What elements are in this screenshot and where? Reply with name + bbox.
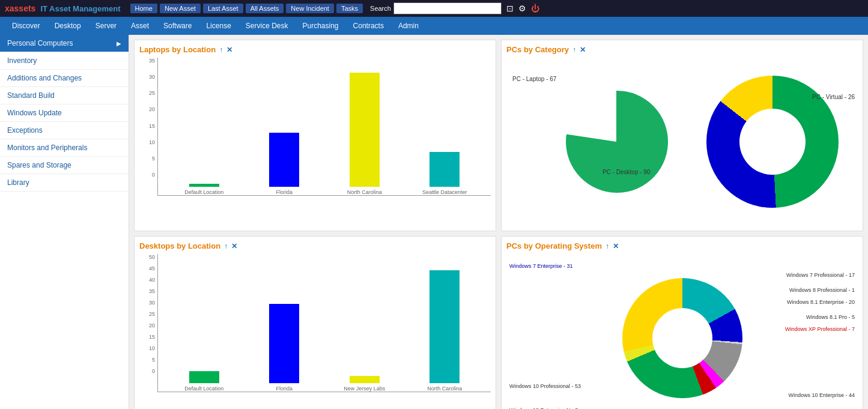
sidebar-item-standard-build[interactable]: Standard Build (0, 87, 129, 105)
dbar-florida: Florida (250, 304, 319, 392)
nav-license[interactable]: License (199, 17, 238, 35)
pcs-cat-expand-icon[interactable]: ↑ (572, 46, 576, 54)
last-asset-button[interactable]: Last Asset (203, 4, 243, 13)
label-laptop: PC - Laptop - 67 (512, 76, 556, 82)
nav-desktop[interactable]: Desktop (47, 17, 88, 35)
content-area: Laptops by Location ↑ ✕ 05101520253035 D… (129, 35, 868, 409)
desktops-bars: Default Location Florida New Jersey Labs (158, 254, 491, 392)
laptops-expand-icon[interactable]: ↑ (219, 46, 223, 54)
pcs-by-category-panel: PCs by Category ↑ ✕ (501, 40, 863, 231)
sidebar: Personal Computers Inventory Additions a… (0, 35, 129, 409)
sidebar-item-additions-changes[interactable]: Additions and Changes (0, 70, 129, 87)
nav-software[interactable]: Software (156, 17, 199, 35)
search-input[interactable] (393, 2, 502, 14)
bar-florida: Florida (250, 133, 319, 195)
pcs-os-chart: Windows 7 Enterprise - 31 Windows 7 Prof… (506, 254, 858, 409)
logo: xassets (5, 4, 35, 13)
home-button[interactable]: Home (130, 4, 157, 13)
laptops-fullscreen-icon[interactable]: ✕ (226, 46, 232, 54)
laptops-title: Laptops by Location ↑ ✕ (139, 45, 491, 54)
pcs-os-title: PCs by Operating System ↑ ✕ (506, 241, 858, 250)
sidebar-item-library[interactable]: Library (0, 174, 129, 192)
pcs-category-donut (526, 70, 706, 214)
bar-seattle: Seattle Datacenter (411, 152, 479, 195)
nav-server[interactable]: Server (88, 17, 124, 35)
desktops-chart: 05101520253035404550 Default Location Fl… (139, 254, 491, 392)
nav-contracts[interactable]: Contracts (346, 17, 391, 35)
bar-default-location: Default Location (170, 184, 238, 195)
sidebar-item-exceptions[interactable]: Exceptions (0, 122, 129, 139)
pcs-os-expand-icon[interactable]: ↑ (605, 242, 609, 250)
app-title: IT Asset Management (40, 4, 120, 13)
nav-discover[interactable]: Discover (5, 17, 47, 35)
tasks-button[interactable]: Tasks (336, 4, 363, 13)
laptops-bars: Default Location Florida North Carolina (158, 58, 491, 195)
laptops-y-axis: 05101520253035 (139, 58, 157, 178)
pcs-os-fullscreen-icon[interactable]: ✕ (613, 242, 619, 250)
sidebar-item-personal-computers[interactable]: Personal Computers (0, 35, 129, 52)
nav-admin[interactable]: Admin (391, 17, 426, 35)
os-label-w10e: Windows 10 Enterprise - 44 (788, 392, 855, 398)
dbar-nc: North Carolina (411, 270, 479, 392)
label-desktop: PC - Desktop - 90 (602, 169, 650, 175)
new-asset-button[interactable]: New Asset (160, 4, 201, 13)
laptops-by-location-panel: Laptops by Location ↑ ✕ 05101520253035 D… (134, 40, 496, 231)
os-label-w81e: Windows 8.1 Enterprise - 20 (787, 299, 855, 305)
power-icon[interactable]: ⏻ (531, 4, 539, 13)
new-incident-button[interactable]: New Incident (286, 4, 334, 13)
bar-north-carolina: North Carolina (330, 73, 399, 195)
pcs-category-chart: PC - Laptop - 67 PC - Desktop - 90 PC - … (506, 58, 858, 226)
pcs-by-os-panel: PCs by Operating System ↑ ✕ Windows 7 En… (501, 236, 863, 409)
os-label-w81pro: Windows 8.1 Pro - 5 (806, 314, 855, 320)
os-label-w7p: Windows 7 Professional - 17 (786, 272, 855, 278)
nav-service-desk[interactable]: Service Desk (238, 17, 296, 35)
sidebar-item-monitors-peripherals[interactable]: Monitors and Peripherals (0, 139, 129, 157)
os-label-w10p: Windows 10 Professional - 53 (509, 383, 581, 389)
nav-purchasing[interactable]: Purchasing (296, 17, 346, 35)
all-assets-button[interactable]: All Assets (246, 4, 284, 13)
os-label-wxp: Windows XP Professional - 7 (785, 326, 855, 332)
main-area: Personal Computers Inventory Additions a… (0, 35, 868, 409)
gear-icon[interactable]: ⚙ (518, 4, 526, 13)
nav-asset[interactable]: Asset (124, 17, 156, 35)
sidebar-item-inventory[interactable]: Inventory (0, 52, 129, 70)
sidebar-item-windows-update[interactable]: Windows Update (0, 105, 129, 122)
desktops-by-location-panel: Desktops by Location ↑ ✕ 051015202530354… (134, 236, 496, 409)
topbar: xassets IT Asset Management Home New Ass… (0, 0, 868, 17)
pcs-category-title: PCs by Category ↑ ✕ (506, 45, 858, 54)
desktops-fullscreen-icon[interactable]: ✕ (231, 242, 237, 250)
desktops-y-axis: 05101520253035404550 (139, 254, 157, 374)
desktops-expand-icon[interactable]: ↑ (224, 242, 228, 250)
search-label: Search (370, 5, 391, 12)
os-donut-wrapper (622, 278, 742, 398)
os-label-w7e: Windows 7 Enterprise - 31 (509, 263, 573, 269)
navbar: Discover Desktop Server Asset Software L… (0, 17, 868, 35)
dbar-default: Default Location (170, 371, 238, 392)
laptops-chart: 05101520253035 Default Location Florida (139, 58, 491, 196)
pcs-cat-fullscreen-icon[interactable]: ✕ (580, 46, 586, 54)
label-virtual: PC - Virtual - 26 (812, 94, 855, 100)
sidebar-item-spares-storage[interactable]: Spares and Storage (0, 157, 129, 174)
os-label-w8p: Windows 8 Professional - 1 (789, 287, 855, 293)
desktops-title: Desktops by Location ↑ ✕ (139, 241, 491, 250)
monitor-icon[interactable]: ⊡ (506, 4, 514, 13)
dbar-nj: New Jersey Labs (330, 376, 399, 392)
